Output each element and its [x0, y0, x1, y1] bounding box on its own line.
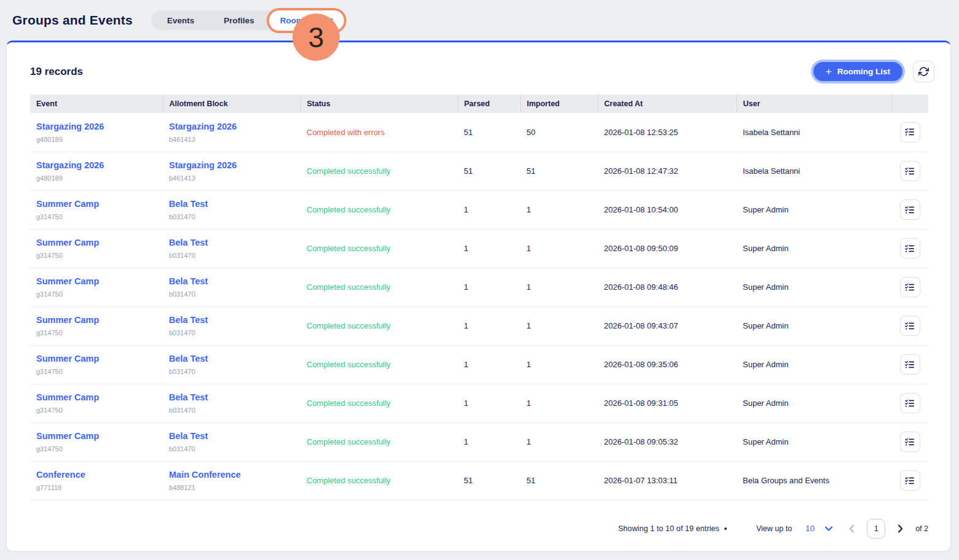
- status-text: Completed successfully: [307, 476, 391, 485]
- allotment-block-link[interactable]: Stargazing 2026: [169, 122, 294, 131]
- checklist-icon: [905, 282, 915, 292]
- table-row: Summer Camp g314750 Bela Test b031470 Co…: [30, 229, 928, 268]
- previous-page-button[interactable]: [849, 524, 855, 533]
- allotment-block-id: b031470: [169, 445, 294, 453]
- refresh-button[interactable]: [913, 61, 934, 82]
- column-header-imported: Imported: [520, 95, 598, 113]
- event-id: g771118: [36, 484, 157, 491]
- tab-profiles[interactable]: Profiles: [209, 10, 269, 30]
- column-header-event: Event: [30, 95, 163, 113]
- imported-count: 1: [526, 205, 531, 214]
- event-link[interactable]: Stargazing 2026: [36, 122, 157, 131]
- row-actions-button[interactable]: [900, 354, 920, 375]
- user-name: Super Admin: [743, 399, 788, 408]
- allotment-block-link[interactable]: Bela Test: [169, 238, 294, 247]
- allotment-block-link[interactable]: Bela Test: [169, 392, 294, 402]
- parsed-count: 1: [464, 321, 468, 330]
- created-at: 2026-01-08 12:47:32: [604, 166, 678, 176]
- row-actions-button[interactable]: [900, 316, 920, 336]
- next-page-button[interactable]: [898, 524, 903, 533]
- page-title: Groups and Events: [12, 13, 133, 28]
- column-header-status: Status: [300, 95, 458, 113]
- status-text: Completed successfully: [307, 360, 391, 369]
- event-link[interactable]: Summer Camp: [36, 354, 157, 364]
- parsed-count: 1: [464, 437, 468, 446]
- column-header-created-at: Created At: [598, 95, 737, 113]
- status-text: Completed successfully: [307, 321, 391, 330]
- top-bar: Groups and Events Events Profiles Roomin…: [0, 0, 959, 33]
- allotment-block-link[interactable]: Bela Test: [169, 354, 294, 364]
- status-text: Completed successfully: [307, 282, 391, 292]
- event-link[interactable]: Summer Camp: [36, 392, 157, 402]
- allotment-block-link[interactable]: Stargazing 2026: [169, 160, 294, 170]
- checklist-icon: [905, 166, 915, 176]
- refresh-icon: [918, 66, 929, 77]
- checklist-icon: [905, 321, 915, 331]
- event-link[interactable]: Stargazing 2026: [36, 160, 157, 170]
- table-row: Summer Camp g314750 Bela Test b031470 Co…: [30, 268, 928, 306]
- parsed-count: 1: [464, 399, 468, 408]
- pagination-bar: Showing 1 to 10 of 19 entries View up to…: [30, 519, 928, 539]
- event-link[interactable]: Summer Camp: [36, 315, 157, 325]
- add-rooming-list-button[interactable]: + Rooming List: [813, 62, 902, 81]
- checklist-icon: [905, 399, 915, 408]
- showing-entries-text: Showing 1 to 10 of 19 entries: [618, 524, 719, 533]
- parsed-count: 51: [464, 476, 472, 485]
- allotment-block-link[interactable]: Bela Test: [169, 199, 294, 209]
- column-header-user: User: [737, 95, 891, 113]
- row-actions-button[interactable]: [900, 200, 920, 220]
- event-id: g480189: [36, 174, 157, 182]
- page-size-value[interactable]: 10: [805, 524, 815, 533]
- status-text: Completed with errors: [307, 128, 385, 137]
- row-actions-button[interactable]: [900, 432, 920, 452]
- allotment-block-link[interactable]: Bela Test: [169, 276, 294, 286]
- allotment-block-link[interactable]: Bela Test: [169, 431, 294, 441]
- current-page-input[interactable]: 1: [867, 519, 885, 539]
- column-header-actions: [891, 95, 928, 113]
- view-up-to-label: View up to: [756, 524, 792, 533]
- checklist-icon: [905, 205, 915, 215]
- status-text: Completed successfully: [307, 166, 391, 176]
- table-row: Conference g771118 Main Conference b4881…: [30, 461, 928, 500]
- tab-events[interactable]: Events: [152, 10, 209, 30]
- row-actions-button[interactable]: [900, 161, 920, 181]
- created-at: 2026-01-08 09:31:05: [604, 399, 678, 408]
- event-link[interactable]: Summer Camp: [36, 276, 157, 286]
- bullet-separator: [724, 527, 727, 530]
- table-row: Summer Camp g314750 Bela Test b031470 Co…: [30, 306, 928, 345]
- annotation-step-number: 3: [308, 21, 324, 54]
- allotment-block-link[interactable]: Main Conference: [169, 470, 294, 480]
- user-name: Bela Groups and Events: [743, 476, 829, 485]
- event-link[interactable]: Summer Camp: [36, 238, 157, 247]
- rooming-list-table: Event Allotment Block Status Parsed Impo…: [30, 95, 928, 500]
- parsed-count: 1: [464, 244, 468, 253]
- allotment-block-id: b031470: [169, 329, 294, 336]
- event-link[interactable]: Summer Camp: [36, 199, 157, 209]
- event-id: g314750: [36, 406, 157, 414]
- row-actions-button[interactable]: [900, 277, 920, 297]
- checklist-icon: [905, 360, 915, 370]
- records-count: 19 records: [30, 66, 83, 78]
- created-at: 2026-01-08 09:48:46: [604, 282, 678, 292]
- status-text: Completed successfully: [307, 399, 391, 408]
- row-actions-button[interactable]: [900, 393, 920, 413]
- allotment-block-id: b461413: [169, 174, 294, 182]
- user-name: Super Admin: [743, 244, 788, 253]
- table-row: Summer Camp g314750 Bela Test b031470 Co…: [30, 190, 928, 229]
- row-actions-button[interactable]: [900, 238, 920, 259]
- chevron-down-icon[interactable]: [824, 526, 833, 532]
- event-link[interactable]: Summer Camp: [36, 431, 157, 441]
- event-id: g314750: [36, 252, 157, 259]
- row-actions-button[interactable]: [900, 470, 920, 491]
- checklist-icon: [905, 244, 915, 254]
- user-name: Super Admin: [743, 282, 788, 292]
- table-row: Summer Camp g314750 Bela Test b031470 Co…: [30, 345, 928, 384]
- column-header-parsed: Parsed: [458, 95, 520, 113]
- user-name: Super Admin: [743, 205, 788, 214]
- event-link[interactable]: Conference: [36, 470, 157, 480]
- created-at: 2026-01-08 09:50:09: [604, 244, 678, 253]
- add-rooming-list-button-label: Rooming List: [837, 67, 890, 76]
- allotment-block-link[interactable]: Bela Test: [169, 315, 294, 325]
- column-header-allotment-block: Allotment Block: [163, 95, 300, 113]
- row-actions-button[interactable]: [900, 122, 920, 142]
